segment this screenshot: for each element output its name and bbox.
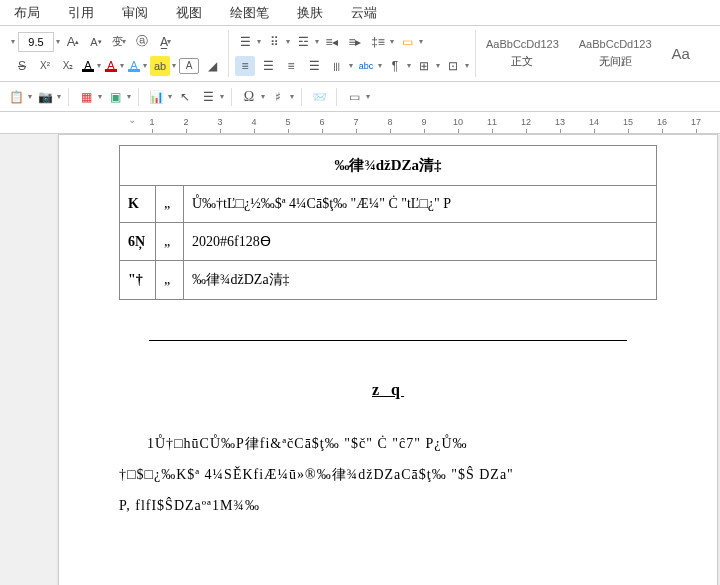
shading-icon[interactable]: ▭: [397, 32, 417, 52]
font-dropdown[interactable]: ▾: [11, 37, 15, 46]
text-highlight-icon[interactable]: A: [81, 56, 95, 76]
symbol-icon[interactable]: Ω: [239, 87, 259, 107]
paragraph: 1Ů†□hūCŮ‰P律fi&ªčCā$ţ‰ "$č" Ċ "ĉ7" P¿Ů‰: [119, 429, 657, 460]
indent-marker-icon[interactable]: ⌄: [128, 114, 136, 125]
table-header: ‰律¾džDZa清‡: [120, 146, 657, 186]
highlight-icon[interactable]: ab: [150, 56, 170, 76]
envelope-icon[interactable]: 📨: [309, 87, 329, 107]
tab-layout[interactable]: 布局: [0, 0, 54, 25]
align-left-icon[interactable]: ≡: [235, 56, 255, 76]
distribute-icon[interactable]: ⫼: [327, 56, 347, 76]
shrink-font-icon[interactable]: A▾: [86, 32, 106, 52]
equation-icon[interactable]: ♯: [268, 87, 288, 107]
table-quick-icon[interactable]: ▦: [76, 87, 96, 107]
select-object-icon[interactable]: ↖: [175, 87, 195, 107]
subscript-icon[interactable]: X₂: [58, 56, 78, 76]
page: ‰律¾džDZa清‡ K „ Ů‰†tĽ□¿½‰$ª 4¼Cā$ţ‰ "Æ¼" …: [58, 134, 718, 585]
tab-pen[interactable]: 绘图笔: [216, 0, 283, 25]
font-size-input[interactable]: 9.5: [18, 32, 54, 52]
char-border-icon[interactable]: A: [179, 58, 199, 74]
ribbon-toolbar: ▾ 9.5 ▾ A▴ A▾ 变▾ ⓐ A̲▾ S X² X₂ A▾ A▾ A▾ …: [0, 26, 720, 82]
phonetic-guide-icon[interactable]: 变▾: [109, 32, 129, 52]
grow-font-icon[interactable]: A▴: [63, 32, 83, 52]
divider-line: [149, 340, 627, 341]
sort-icon[interactable]: abc: [356, 56, 376, 76]
paste-icon[interactable]: 📋: [6, 87, 26, 107]
style-nospacing[interactable]: AaBbCcDd123 无间距: [579, 38, 652, 69]
styles-group: AaBbCcDd123 正文 AaBbCcDd123 无间距 Aa: [476, 30, 700, 77]
char-shading-icon[interactable]: A: [127, 56, 141, 76]
superscript-icon[interactable]: X²: [35, 56, 55, 76]
clear-format-icon[interactable]: ◢: [202, 56, 222, 76]
enclose-char-icon[interactable]: ⓐ: [132, 32, 152, 52]
dropdown1-icon[interactable]: ☰: [198, 87, 218, 107]
table-row: K „ Ů‰†tĽ□¿½‰$ª 4¼Cā$ţ‰ "Æ¼" Ċ "tĽ□¿" P: [120, 186, 657, 223]
paragraph-group: ☰▾ ⠿▾ ☲▾ ≡◂ ≡▸ ‡≡▾ ▭▾ ≡ ☰ ≡ ☰ ⫼▾ abc▾ ¶▾…: [229, 30, 476, 77]
quick-toolbar: 📋▾ 📷▾ ▦▾ ▣▾ 📊▾ ↖ ☰▾ Ω▾ ♯▾ 📨 ▭▾: [0, 82, 720, 112]
paragraph: †□$□¿‰K$ª 4¼SĚKfiÆ¼ū»®‰律¾džDZaCā$ţ‰ "$Ŝ …: [119, 460, 657, 491]
chart-icon[interactable]: 📊: [146, 87, 166, 107]
table-row: "† „ ‰律¾džDZa清‡: [120, 261, 657, 300]
tab-reference[interactable]: 引用: [54, 0, 108, 25]
table-row: 6Ņ „ 2020#6f128Ɵ: [120, 223, 657, 261]
insert-icon[interactable]: ▣: [105, 87, 125, 107]
camera-icon[interactable]: 📷: [35, 87, 55, 107]
document-canvas[interactable]: ‰律¾džDZa清‡ K „ Ů‰†tĽ□¿½‰$ª 4¼Cā$ţ‰ "Æ¼" …: [0, 134, 720, 585]
style-heading[interactable]: Aa: [672, 45, 690, 62]
align-right-icon[interactable]: ≡: [281, 56, 301, 76]
tab-review[interactable]: 审阅: [108, 0, 162, 25]
tab-cloud[interactable]: 云端: [337, 0, 391, 25]
multilevel-list-icon[interactable]: ☲: [293, 32, 313, 52]
tab-view[interactable]: 视图: [162, 0, 216, 25]
justify-icon[interactable]: ☰: [304, 56, 324, 76]
style-normal[interactable]: AaBbCcDd123 正文: [486, 38, 559, 69]
menu-tabs: 布局 引用 审阅 视图 绘图笔 换肤 云端: [0, 0, 720, 26]
horizontal-ruler[interactable]: ⌄ (function(){ var r=document.currentScr…: [0, 112, 720, 134]
strikethrough-icon[interactable]: S: [12, 56, 32, 76]
page-width-icon[interactable]: ▭: [344, 87, 364, 107]
change-case-icon[interactable]: A̲▾: [155, 32, 175, 52]
document-table: ‰律¾džDZa清‡ K „ Ů‰†tĽ□¿½‰$ª 4¼Cā$ţ‰ "Æ¼" …: [119, 145, 657, 300]
font-color-icon[interactable]: A: [104, 56, 118, 76]
decrease-indent-icon[interactable]: ≡◂: [322, 32, 342, 52]
increase-indent-icon[interactable]: ≡▸: [345, 32, 365, 52]
paragraph: P, flfI$ŜDZaºª1M¾‰: [119, 491, 657, 522]
bullets-icon[interactable]: ☰: [235, 32, 255, 52]
font-group: ▾ 9.5 ▾ A▴ A▾ 变▾ ⓐ A̲▾ S X² X₂ A▾ A▾ A▾ …: [6, 30, 229, 77]
show-marks-icon[interactable]: ¶: [385, 56, 405, 76]
align-center-icon[interactable]: ☰: [258, 56, 278, 76]
tabs-dialog-icon[interactable]: ⊡: [443, 56, 463, 76]
borders-icon[interactable]: ⊞: [414, 56, 434, 76]
tab-skin[interactable]: 换肤: [283, 0, 337, 25]
numbering-icon[interactable]: ⠿: [264, 32, 284, 52]
line-spacing-icon[interactable]: ‡≡: [368, 32, 388, 52]
document-title: z q: [119, 381, 657, 399]
font-size-dropdown[interactable]: ▾: [56, 37, 60, 46]
